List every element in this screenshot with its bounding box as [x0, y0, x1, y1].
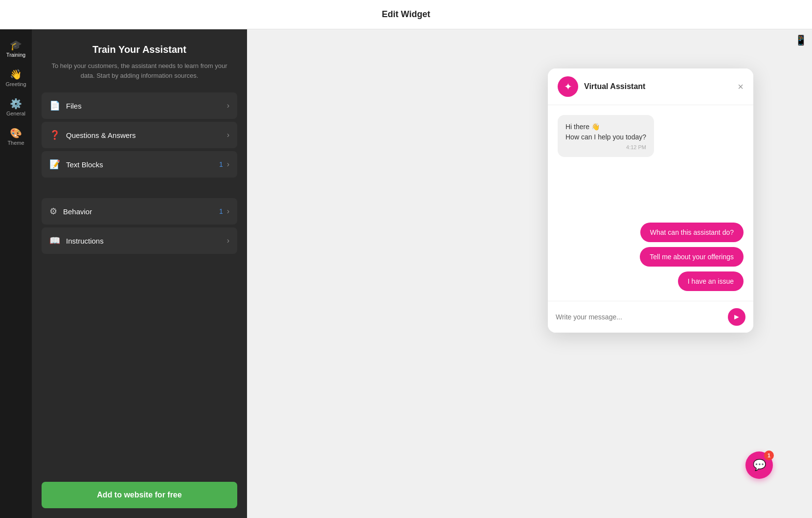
- floating-badge: 1: [764, 450, 774, 460]
- right-area: 📱 ✦ Virtual Assistant × Hi there 👋How ca…: [247, 29, 812, 518]
- sidebar-label-greeting: Greeting: [5, 81, 26, 87]
- behavior-icon: ⚙: [49, 206, 57, 217]
- menu-item-behavior[interactable]: ⚙ Behavior 1 ›: [42, 198, 237, 225]
- behavior-arrow-icon: ›: [227, 207, 229, 216]
- training-icon: 🎓: [10, 40, 22, 50]
- sidebar-label-theme: Theme: [7, 140, 24, 146]
- sidebar-label-general: General: [6, 111, 25, 116]
- floating-chat-icon: 💬: [753, 459, 766, 472]
- icon-sidebar: 🎓 Training 👋 Greeting ⚙️ General 🎨 Theme: [0, 29, 32, 518]
- qa-arrow-icon: ›: [227, 131, 229, 139]
- panel-section-2: ⚙ Behavior 1 › 📖 Instructions ›: [32, 193, 247, 262]
- menu-item-instructions[interactable]: 📖 Instructions ›: [42, 227, 237, 254]
- behavior-label: Behavior: [63, 207, 219, 216]
- add-website-button[interactable]: Add to website for free: [42, 482, 237, 508]
- chip-1[interactable]: What can this assistant do?: [640, 223, 744, 242]
- behavior-badge: 1: [219, 207, 223, 215]
- menu-item-files[interactable]: 📄 Files ›: [42, 92, 237, 119]
- panel-section-1: 📄 Files › ❓ Questions & Answers › 📝 Text…: [32, 88, 247, 185]
- instructions-icon: 📖: [49, 235, 60, 246]
- bot-message-1: Hi there 👋How can I help you today? 4:12…: [558, 115, 654, 157]
- qa-label: Questions & Answers: [66, 131, 227, 139]
- files-label: Files: [66, 102, 227, 110]
- theme-icon: 🎨: [10, 128, 22, 138]
- menu-item-textblocks[interactable]: 📝 Text Blocks 1 ›: [42, 151, 237, 178]
- chat-title: Virtual Assistant: [584, 82, 738, 91]
- files-arrow-icon: ›: [227, 101, 229, 110]
- chat-header: ✦ Virtual Assistant ×: [548, 68, 753, 105]
- panel-title: Train Your Assistant: [44, 44, 235, 55]
- sidebar-label-training: Training: [6, 52, 25, 58]
- chat-close-button[interactable]: ×: [738, 81, 744, 92]
- panel-header: Train Your Assistant To help your custom…: [32, 29, 247, 88]
- chat-avatar: ✦: [558, 76, 578, 97]
- sidebar-item-greeting[interactable]: 👋 Greeting: [0, 64, 32, 93]
- floating-chat-button[interactable]: 💬 1: [745, 451, 773, 479]
- files-icon: 📄: [49, 100, 60, 111]
- instructions-label: Instructions: [66, 237, 227, 245]
- menu-item-qa[interactable]: ❓ Questions & Answers ›: [42, 122, 237, 148]
- panel-description: To help your customers, the assistant ne…: [44, 61, 235, 80]
- main-layout: 🎓 Training 👋 Greeting ⚙️ General 🎨 Theme…: [0, 29, 812, 518]
- instructions-arrow-icon: ›: [227, 236, 229, 245]
- greeting-icon: 👋: [10, 69, 22, 79]
- chat-body: Hi there 👋How can I help you today? 4:12…: [548, 105, 753, 301]
- chat-input[interactable]: [556, 313, 728, 321]
- chip-2[interactable]: Tell me about your offerings: [640, 247, 744, 267]
- page-title: Edit Widget: [382, 9, 430, 20]
- training-panel: Train Your Assistant To help your custom…: [32, 29, 247, 518]
- textblocks-arrow-icon: ›: [227, 160, 229, 169]
- sidebar-item-theme[interactable]: 🎨 Theme: [0, 122, 32, 152]
- suggestion-chips: What can this assistant do? Tell me abou…: [558, 223, 744, 291]
- top-bar: Edit Widget: [0, 0, 812, 29]
- chat-input-area: ►: [548, 301, 753, 333]
- bot-message-text: Hi there 👋How can I help you today?: [565, 122, 646, 142]
- general-icon: ⚙️: [10, 99, 22, 109]
- textblocks-badge: 1: [219, 160, 223, 168]
- qa-icon: ❓: [49, 130, 60, 140]
- sidebar-item-training[interactable]: 🎓 Training: [0, 34, 32, 64]
- sidebar-item-general[interactable]: ⚙️ General: [0, 93, 32, 122]
- chat-widget: ✦ Virtual Assistant × Hi there 👋How can …: [548, 68, 753, 333]
- mobile-preview-icon[interactable]: 📱: [795, 34, 807, 46]
- send-button[interactable]: ►: [728, 308, 745, 326]
- chip-3[interactable]: I have an issue: [678, 271, 744, 291]
- bot-message-time: 4:12 PM: [565, 144, 646, 150]
- panel-footer: Add to website for free: [32, 472, 247, 518]
- send-icon: ►: [733, 313, 741, 321]
- textblocks-label: Text Blocks: [66, 160, 219, 169]
- textblocks-icon: 📝: [49, 159, 60, 170]
- avatar-icon: ✦: [564, 81, 572, 92]
